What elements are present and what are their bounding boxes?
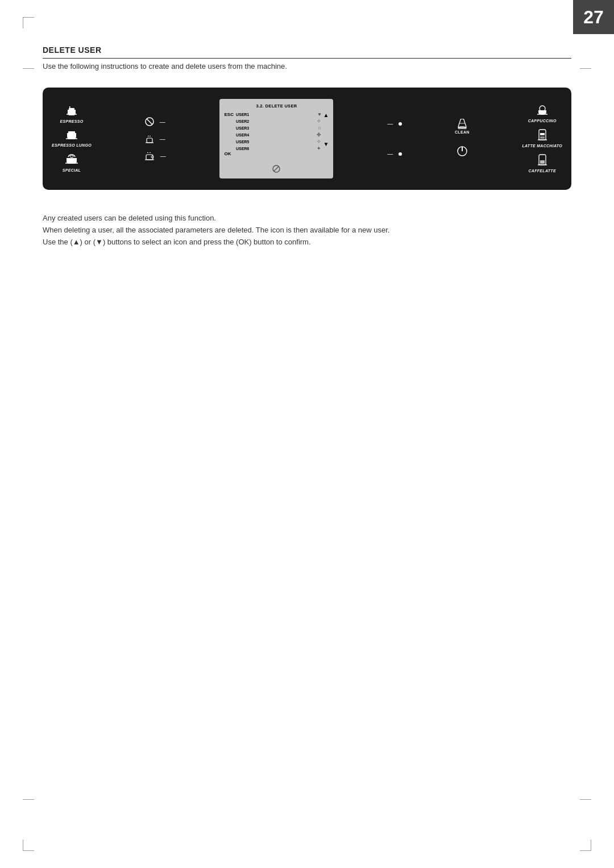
special-icon — [65, 153, 78, 167]
latte-macchiato-icon — [538, 128, 547, 143]
dot-bot-right — [399, 152, 402, 156]
dash-mid: — — [159, 136, 167, 142]
svg-rect-9 — [147, 138, 152, 143]
left-drink-buttons: ESPRESSO ESPRESSO LUNGO — [52, 105, 92, 172]
control-row-mid: — — [145, 134, 167, 143]
user5-icon: ✧ — [317, 139, 321, 144]
svg-rect-11 — [146, 155, 153, 160]
esc-button[interactable]: ESC — [224, 112, 233, 117]
svg-line-15 — [274, 167, 279, 171]
section-heading: DELETE USER — [43, 45, 571, 59]
clean-icon — [456, 119, 468, 129]
left-controls: — — — — [144, 117, 167, 160]
user2-name: USER2 — [236, 119, 249, 123]
down-arrow[interactable]: ▼ — [323, 141, 329, 147]
up-arrow[interactable]: ▲ — [323, 112, 329, 118]
drink-button-espresso[interactable]: ESPRESSO — [60, 105, 84, 123]
svg-line-8 — [147, 119, 152, 124]
user-row-1[interactable]: USER1 ♥ — [236, 111, 321, 118]
right-special-controls: CLEAN — [455, 119, 470, 159]
right-control-bot: — — [386, 151, 402, 157]
screen-arrows: ▲ ▼ — [323, 112, 329, 147]
steam-cup-icon — [144, 151, 155, 160]
user1-name: USER1 — [236, 113, 249, 117]
espresso-icon — [65, 105, 78, 118]
drink-button-latte-macchiato[interactable]: LATTE MACCHIATO — [522, 128, 562, 148]
svg-point-5 — [70, 155, 73, 157]
special-label: SPECIAL — [63, 168, 81, 172]
drink-button-cappuccino[interactable]: CAPPUCCINO — [528, 105, 557, 123]
caffelatte-icon — [538, 153, 547, 168]
delete-user-screen: 3.2. DELETE USER ESC OK USER1 ♥ USER2 ✧ — [219, 99, 333, 178]
user3-icon: ○ — [318, 125, 321, 131]
user-row-6[interactable]: USER6 ✦ — [236, 145, 321, 152]
right-control-top: — — [386, 121, 402, 127]
screen-bottom-icon — [272, 165, 280, 173]
cup-steam-icon — [145, 134, 154, 143]
drink-button-espresso-lungo[interactable]: ESPRESSO LUNGO — [52, 129, 92, 147]
user1-icon: ♥ — [318, 111, 321, 117]
power-icon — [457, 146, 468, 157]
body-line-2: When deleting a user, all the associated… — [43, 225, 571, 236]
svg-rect-23 — [540, 133, 545, 135]
svg-rect-24 — [540, 136, 545, 139]
mute-icon — [145, 117, 154, 126]
espresso-label: ESPRESSO — [60, 119, 84, 123]
svg-rect-27 — [540, 160, 545, 164]
machine-diagram: ESPRESSO ESPRESSO LUNGO — [43, 88, 571, 190]
user2-icon: ✧ — [317, 118, 321, 124]
dash-top: — — [159, 119, 167, 125]
body-line-3: Use the (▲) or (▼) buttons to select an … — [43, 236, 571, 248]
espresso-lungo-label: ESPRESSO LUNGO — [52, 143, 92, 147]
espresso-lungo-icon — [65, 129, 78, 142]
user-list: USER1 ♥ USER2 ✧ USER3 ○ USER4 ✤ — [234, 111, 323, 152]
page-number: 27 — [583, 7, 604, 28]
side-mark-left-bottom — [23, 799, 34, 800]
user5-name: USER5 — [236, 140, 249, 144]
user6-name: USER6 — [236, 147, 249, 151]
cappuccino-label: CAPPUCCINO — [528, 119, 557, 123]
corner-mark-br — [580, 840, 591, 851]
screen-title: 3.2. DELETE USER — [224, 103, 329, 109]
right-drink-buttons: CAPPUCCINO LATTE MACCHIATO — [522, 105, 562, 173]
svg-rect-2 — [69, 106, 70, 109]
user-row-2[interactable]: USER2 ✧ — [236, 118, 321, 124]
user6-icon: ✦ — [317, 146, 321, 151]
dot-top-right — [399, 122, 402, 126]
svg-rect-3 — [68, 131, 75, 134]
page-number-box: 27 — [573, 0, 614, 34]
control-row-top: — — [145, 117, 167, 126]
user4-name: USER4 — [236, 133, 249, 137]
caffelatte-label: CAFFELATTE — [529, 169, 556, 173]
intro-text: Use the following instructions to create… — [43, 62, 571, 70]
body-line-1: Any created users can be deleted using t… — [43, 213, 571, 225]
drink-button-caffelatte[interactable]: CAFFELATTE — [529, 153, 556, 173]
clean-label: CLEAN — [455, 130, 470, 134]
user3-name: USER3 — [236, 126, 249, 130]
dash-bot: — — [159, 153, 167, 159]
user-row-4[interactable]: USER4 ✤ — [236, 131, 321, 138]
side-mark-right-top — [580, 68, 591, 69]
ok-button[interactable]: OK — [224, 151, 233, 156]
clean-button[interactable]: CLEAN — [455, 119, 470, 134]
side-mark-right-bottom — [580, 799, 591, 800]
corner-mark-bl — [23, 840, 34, 851]
side-mark-left-top — [23, 68, 34, 69]
user-row-5[interactable]: USER5 ✧ — [236, 138, 321, 145]
cappuccino-icon — [536, 105, 549, 118]
latte-macchiato-label: LATTE MACCHIATO — [522, 144, 562, 148]
corner-mark-tl — [23, 17, 34, 28]
user-row-3[interactable]: USER3 ○ — [236, 124, 321, 131]
right-controls: — — — [386, 121, 402, 157]
control-row-bot: — — [144, 151, 167, 160]
drink-button-special[interactable]: SPECIAL — [63, 153, 81, 172]
user4-icon: ✤ — [317, 132, 321, 138]
body-text: Any created users can be deleted using t… — [43, 213, 571, 248]
power-button[interactable] — [457, 146, 468, 159]
